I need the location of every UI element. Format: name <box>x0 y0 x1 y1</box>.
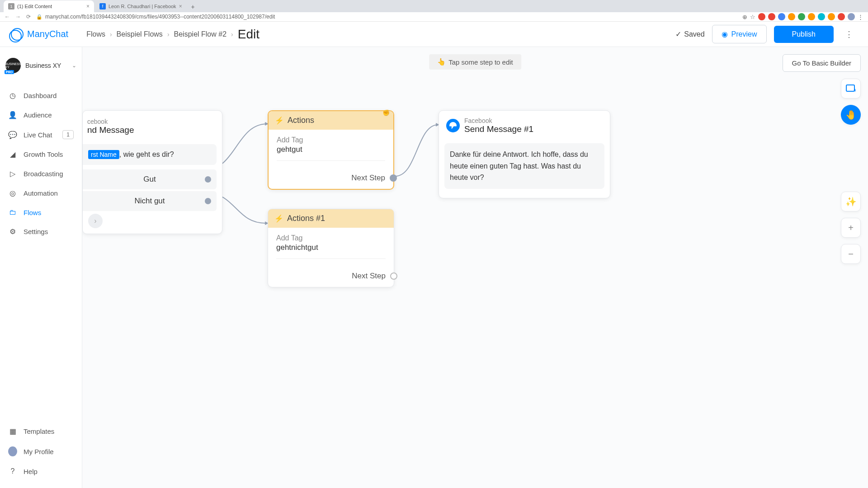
go-basic-button[interactable]: Go To Basic Builder <box>783 54 861 72</box>
connector-dot[interactable] <box>205 198 211 204</box>
connector-dot[interactable] <box>205 176 211 183</box>
crumb-flow[interactable]: Beispiel Flow #2 <box>174 30 227 38</box>
sidebar-item-help[interactable]: ? Help <box>0 462 82 481</box>
address-bar[interactable]: 🔒 manychat.com/fb181039443240830​9/cms/f… <box>36 14 737 20</box>
sidebar-item-templates[interactable]: ▦ Templates <box>0 422 82 441</box>
close-icon[interactable]: × <box>179 3 182 9</box>
page-title: Edit <box>238 27 259 42</box>
reply-label: Nicht gut <box>134 197 165 205</box>
svg-text:+: + <box>854 87 856 93</box>
extension-icon[interactable] <box>768 13 775 20</box>
zoom-in-button[interactable]: + <box>841 218 861 238</box>
menu-icon[interactable]: ⋮ <box>858 14 863 20</box>
url-text: manychat.com/fb181039443240830​9/cms/fil… <box>45 14 275 20</box>
node-actions-1[interactable]: ⚡ Actions #1 Add Tag gehtnichtgut Next S… <box>268 209 394 287</box>
more-button[interactable]: ⋮ <box>841 26 857 42</box>
sidebar: BUSINESS XY PRO Business XY ⌄ ◷ Dashboar… <box>0 47 82 488</box>
extension-icon[interactable] <box>758 13 765 20</box>
action-body[interactable]: Add Tag gehtnichtgut <box>268 228 394 270</box>
extension-icon[interactable] <box>838 13 845 20</box>
gear-icon: ⚙ <box>8 227 17 236</box>
finger-icon: 👆 <box>437 58 446 66</box>
new-tab-button[interactable]: + <box>188 1 198 12</box>
flow-canvas[interactable]: 👆 Tap some step to edit Go To Basic Buil… <box>82 47 868 488</box>
node-send-message[interactable]: cebook nd Message rst Name, wie geht es … <box>82 110 222 234</box>
sidebar-item-automation[interactable]: ◎ Automation <box>0 183 82 203</box>
message-text[interactable]: rst Name, wie geht es dir? <box>83 144 217 165</box>
automation-icon: ◎ <box>8 189 17 197</box>
star-icon[interactable]: ☆ <box>750 14 755 20</box>
folder-icon: 🗀 <box>8 208 17 216</box>
chevron-right-icon: › <box>167 31 170 38</box>
browser-tab-active[interactable]: 1 (1) Edit Content × <box>4 0 94 12</box>
action-value: gehtgut <box>277 145 385 154</box>
add-card-button[interactable]: + <box>841 79 861 99</box>
sidebar-item-growth[interactable]: ◢ Growth Tools <box>0 145 82 164</box>
close-icon[interactable]: × <box>86 3 90 9</box>
tab-title: Leon R. Chaudhari | Facebook <box>108 4 176 9</box>
extension-icon[interactable] <box>778 13 785 20</box>
translate-icon[interactable]: ⊕ <box>742 14 747 20</box>
tab-favicon: f <box>99 3 106 9</box>
browser-chrome: 1 (1) Edit Content × f Leon R. Chaudhari… <box>0 0 868 22</box>
extension-icon[interactable] <box>828 13 835 20</box>
sidebar-item-broadcasting[interactable]: ▷ Broadcasting <box>0 164 82 183</box>
logo[interactable]: ManyChat <box>11 28 68 41</box>
crumb-flows[interactable]: Flows <box>86 30 105 38</box>
next-step[interactable]: Next Step <box>269 172 393 189</box>
sidebar-item-dashboard[interactable]: ◷ Dashboard <box>0 86 82 105</box>
business-name: Business XY <box>25 62 67 69</box>
sidebar-item-flows[interactable]: 🗀 Flows <box>0 203 82 222</box>
crumb-folder[interactable]: Beispiel Flows <box>117 30 163 38</box>
drag-icon[interactable]: ✊ <box>382 109 390 116</box>
node-title: Actions <box>288 116 314 125</box>
hint-banner: 👆 Tap some step to edit <box>429 54 521 70</box>
logo-icon <box>11 28 24 41</box>
pro-badge: PRO <box>5 70 14 74</box>
preview-button[interactable]: ◉ Preview <box>712 25 767 43</box>
extension-icon[interactable] <box>788 13 795 20</box>
extension-icon[interactable] <box>818 13 825 20</box>
nav-label: My Profile <box>24 448 54 455</box>
logo-text: ManyChat <box>27 29 68 39</box>
action-label: Add Tag <box>276 234 386 242</box>
reply-label: Gut <box>143 175 156 183</box>
add-reply-button[interactable]: › <box>88 214 103 228</box>
back-icon[interactable]: ← <box>5 14 10 20</box>
sidebar-item-settings[interactable]: ⚙ Settings <box>0 222 82 241</box>
dashboard-icon: ◷ <box>8 91 17 100</box>
node-actions[interactable]: ⚡ Actions Add Tag gehtgut ✊ Next Step <box>268 110 394 190</box>
quick-reply-nichtgut[interactable]: Nicht gut <box>83 191 217 211</box>
sidebar-item-profile[interactable]: My Profile <box>0 441 82 462</box>
node-platform: cebook <box>87 118 134 125</box>
magic-button[interactable]: ✨ <box>841 192 861 211</box>
connector-dot[interactable] <box>390 174 397 182</box>
forward-icon[interactable]: → <box>15 14 21 20</box>
check-icon: ✓ <box>675 30 681 38</box>
action-body[interactable]: Add Tag gehtgut ✊ <box>269 130 393 172</box>
sidebar-item-audience[interactable]: 👤 Audience <box>0 105 82 125</box>
nav-label: Templates <box>24 427 54 435</box>
hand-button[interactable]: 🤚 <box>841 105 861 125</box>
lock-icon: 🔒 <box>36 14 42 20</box>
preview-label: Preview <box>731 30 757 38</box>
quick-reply-gut[interactable]: Gut <box>83 169 217 189</box>
extension-icon[interactable] <box>808 13 815 20</box>
reload-icon[interactable]: ⟳ <box>26 14 31 20</box>
node-send-message-1[interactable]: Facebook Send Message #1 Danke für deine… <box>439 110 610 198</box>
message-text[interactable]: Danke für deine Antwort. Ich hoffe, dass… <box>444 143 604 189</box>
extension-icon[interactable] <box>798 13 805 20</box>
sidebar-item-livechat[interactable]: 💬 Live Chat 1 <box>0 125 82 145</box>
card-icon: + <box>846 84 856 93</box>
next-step[interactable]: Next Step <box>268 270 394 287</box>
browser-tab[interactable]: f Leon R. Chaudhari | Facebook × <box>95 0 187 12</box>
connector-dot-empty[interactable] <box>390 272 397 280</box>
publish-button[interactable]: Publish <box>774 26 834 43</box>
chevron-right-icon: › <box>110 31 112 38</box>
business-selector[interactable]: BUSINESS XY PRO Business XY ⌄ <box>0 54 82 77</box>
help-icon: ? <box>8 467 17 475</box>
nav-label: Dashboard <box>24 92 57 99</box>
profile-icon[interactable] <box>848 13 855 20</box>
zoom-out-button[interactable]: − <box>841 244 861 264</box>
growth-icon: ◢ <box>8 150 17 159</box>
